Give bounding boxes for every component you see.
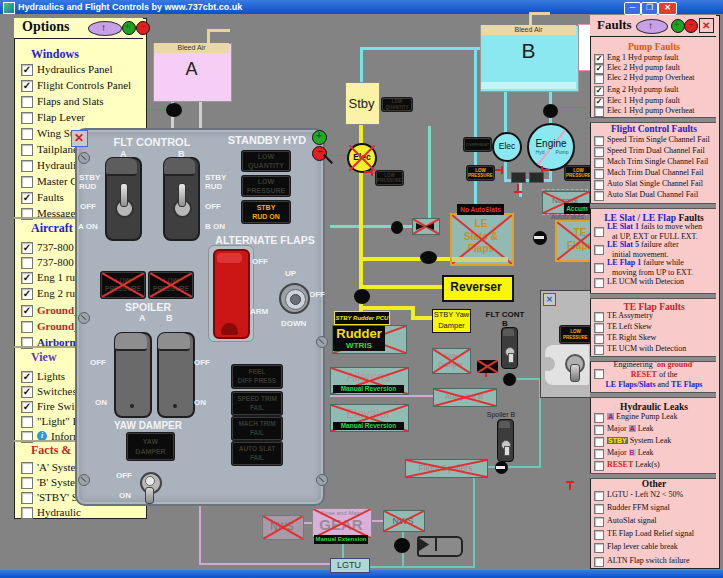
checkbox[interactable] [594, 323, 604, 333]
valve-closed[interactable] [391, 221, 403, 234]
yaw-damper-lever [145, 487, 154, 504]
pipe-line [517, 378, 541, 380]
checkbox[interactable] [594, 245, 604, 255]
checkbox[interactable] [21, 492, 33, 504]
checkbox[interactable]: ✓ [21, 386, 33, 398]
checkbox[interactable]: ✓ [21, 192, 33, 204]
checkbox[interactable]: ✓ [21, 64, 33, 76]
checkbox[interactable]: ✓ [21, 272, 33, 284]
checkbox[interactable] [594, 413, 604, 423]
zoom-out-button[interactable]: − [684, 19, 698, 33]
checkbox[interactable] [594, 449, 604, 459]
flt-control-a-switch[interactable] [105, 157, 142, 241]
checkbox[interactable] [594, 345, 604, 355]
checkbox[interactable]: ✓ [21, 371, 33, 383]
spoiler-b-switch[interactable] [157, 332, 195, 418]
checkbox[interactable] [594, 557, 604, 567]
tank-a-label: A [154, 59, 229, 83]
faults-title: Faults [597, 17, 632, 33]
valve-closed[interactable] [543, 104, 558, 118]
checkbox[interactable]: ✓ [594, 54, 604, 64]
alt-flaps-rotary-knob[interactable] [279, 283, 310, 314]
valve-closed[interactable] [394, 538, 410, 553]
checkbox[interactable] [21, 112, 33, 124]
valve-open[interactable] [495, 461, 508, 474]
collapse-button[interactable]: ↑ [636, 19, 668, 34]
fault-label: Elec 2 Hyd pump Overheat [607, 73, 695, 82]
panel-close-button[interactable]: ✕ [71, 130, 88, 147]
checkbox[interactable] [594, 107, 604, 117]
option-label: 737-800 [37, 241, 74, 253]
checkbox[interactable] [21, 477, 33, 489]
checkbox[interactable]: ✓ [21, 401, 33, 413]
window-close-button[interactable]: ✕ [543, 293, 556, 306]
fault-label: Elec 2 Hyd pump fault [607, 63, 680, 72]
checkbox[interactable] [594, 461, 604, 471]
checkbox[interactable] [21, 128, 33, 140]
checkbox[interactable]: ✓ [21, 242, 33, 254]
checkbox[interactable] [21, 160, 33, 172]
valve-closed[interactable] [166, 103, 182, 117]
checkbox[interactable] [594, 543, 604, 553]
checkbox[interactable] [594, 491, 604, 501]
faults-close-button[interactable]: ✕ [699, 18, 714, 33]
checkbox[interactable] [594, 158, 604, 168]
valve-closed[interactable] [503, 373, 516, 386]
checkbox[interactable] [594, 147, 604, 157]
checkbox[interactable] [21, 416, 33, 428]
checkbox[interactable] [594, 263, 604, 273]
checkbox[interactable] [594, 437, 604, 447]
checkbox[interactable] [594, 334, 604, 344]
checkbox[interactable] [594, 278, 604, 288]
checkbox[interactable] [21, 462, 33, 474]
checkbox[interactable] [594, 191, 604, 201]
valve-open[interactable] [533, 231, 547, 245]
pipe-line [342, 543, 344, 559]
checkbox[interactable]: ✓ [594, 86, 604, 96]
zoom-in-button[interactable]: + [671, 19, 685, 33]
checkbox[interactable]: ✓ [594, 64, 604, 74]
zoom-in-button[interactable]: + [122, 21, 136, 35]
panel-zoom-in-button[interactable]: + [312, 130, 327, 145]
checkbox[interactable]: ✓ [21, 288, 33, 300]
alternate-flaps-switch[interactable] [213, 249, 250, 339]
pipe-line [359, 257, 453, 261]
valve-closed[interactable] [420, 251, 437, 264]
elevator-box-text: Elevator [331, 407, 406, 422]
checkbox[interactable] [21, 321, 33, 333]
fault-label-part: Flap lever cable break [607, 542, 678, 551]
checkbox[interactable] [594, 136, 604, 146]
fault-label-part: Flight Control Faults [611, 124, 697, 134]
flt-cont-b-switch[interactable] [501, 327, 518, 369]
checkbox[interactable] [21, 144, 33, 156]
collapse-button[interactable]: ↑ [88, 21, 122, 36]
checkbox[interactable] [594, 312, 604, 322]
checkbox[interactable] [594, 517, 604, 527]
flt-control-b-switch[interactable] [163, 157, 200, 241]
checkbox[interactable]: ✓ [594, 97, 604, 107]
checkbox[interactable] [594, 227, 604, 237]
checkbox[interactable]: ✓ [21, 80, 33, 92]
valve-handle-icon [493, 165, 503, 175]
valve-closed[interactable] [354, 289, 370, 304]
maximize-button[interactable]: ❐ [641, 2, 658, 15]
close-button[interactable]: ✕ [658, 2, 677, 15]
fault-label-part: LE Flap 1 [607, 258, 641, 267]
checkbox[interactable] [21, 176, 33, 188]
checkbox[interactable] [21, 96, 33, 108]
switch-position-label: DOWN [281, 319, 311, 328]
checkbox[interactable] [594, 74, 604, 84]
minimize-button[interactable]: ─ [624, 2, 641, 15]
checkbox[interactable] [594, 169, 604, 179]
zoom-out-button[interactable]: − [136, 21, 150, 35]
checkbox[interactable] [594, 504, 604, 514]
checkbox[interactable] [21, 257, 33, 269]
checkbox[interactable] [21, 507, 33, 519]
checkbox[interactable]: ✓ [21, 305, 33, 317]
fault-label: TE Flap Load Relief signal [607, 529, 694, 538]
checkbox[interactable] [594, 530, 604, 540]
spoiler-b-switch[interactable] [497, 419, 514, 462]
checkbox[interactable] [594, 180, 604, 190]
checkbox[interactable] [594, 425, 604, 435]
section-divider [590, 203, 716, 209]
